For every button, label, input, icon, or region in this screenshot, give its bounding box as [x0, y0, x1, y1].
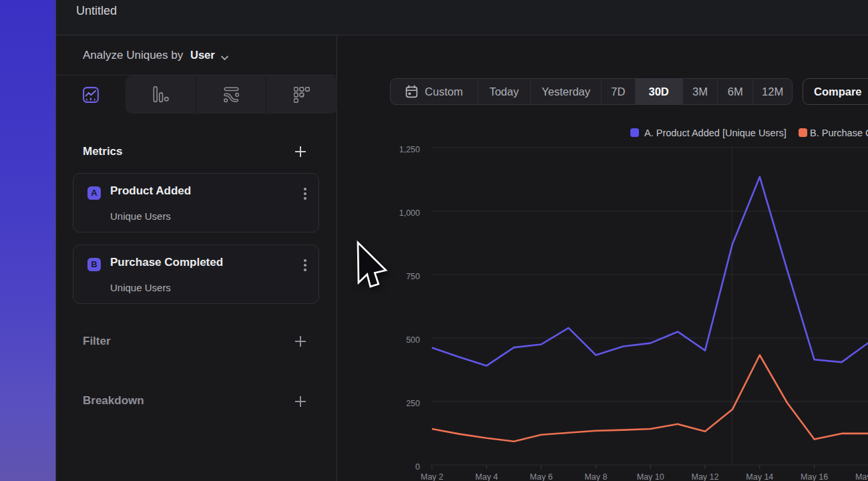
svg-text:May 14: May 14: [746, 472, 773, 481]
svg-text:May 6: May 6: [530, 472, 553, 481]
svg-text:May 16: May 16: [801, 472, 828, 481]
svg-text:500: 500: [406, 335, 420, 345]
svg-text:1,000: 1,000: [399, 208, 420, 218]
svg-text:250: 250: [406, 399, 420, 408]
svg-text:750: 750: [406, 272, 420, 281]
svg-text:May 2: May 2: [421, 472, 443, 481]
svg-text:May 8: May 8: [584, 472, 607, 481]
svg-text:0: 0: [415, 462, 420, 472]
svg-text:1,250: 1,250: [399, 145, 420, 154]
svg-text:May 12: May 12: [692, 472, 719, 481]
svg-text:May 10: May 10: [637, 472, 664, 481]
svg-text:May 18: May 18: [855, 472, 868, 481]
svg-text:May 4: May 4: [475, 472, 498, 481]
